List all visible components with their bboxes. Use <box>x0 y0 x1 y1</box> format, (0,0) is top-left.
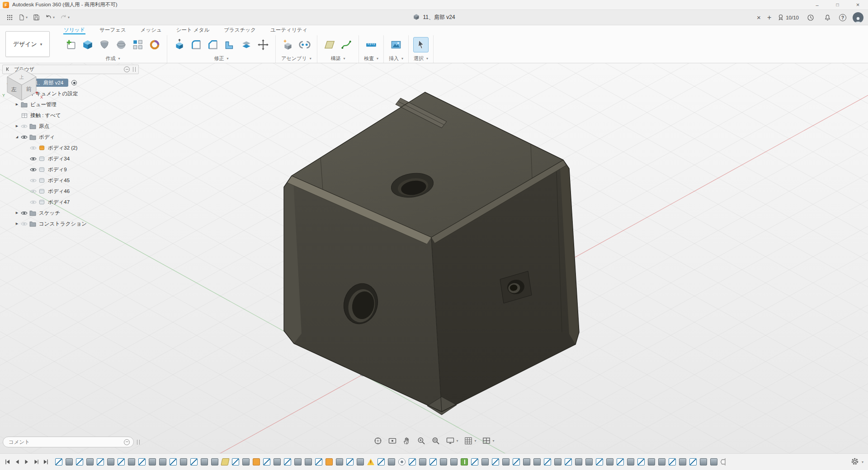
look-at-icon[interactable] <box>387 436 397 446</box>
orbit-icon[interactable] <box>373 436 383 446</box>
timeline-feature-box[interactable] <box>523 458 530 465</box>
create-sketch-icon[interactable] <box>63 37 79 52</box>
visibility-eye-icon[interactable] <box>29 155 38 162</box>
timeline-feature-box[interactable] <box>502 458 509 465</box>
gear-icon[interactable] <box>850 457 859 467</box>
browser-item-9[interactable]: ボディ45 <box>2 175 139 186</box>
maximize-icon[interactable]: □ <box>827 0 848 9</box>
expand-arrow-icon[interactable]: ▶ <box>14 211 20 215</box>
timeline-feature-sketch[interactable] <box>669 458 676 465</box>
comment-input[interactable]: コメント <box>3 437 134 447</box>
play-icon[interactable] <box>24 459 30 465</box>
chamfer-icon[interactable] <box>205 37 221 52</box>
comment-options-icon[interactable] <box>124 439 130 445</box>
fillet-icon[interactable] <box>189 37 204 52</box>
timeline-feature-sketch[interactable] <box>118 458 125 465</box>
timeline-feature-sketch[interactable] <box>409 458 416 465</box>
timeline-feature-box[interactable] <box>274 458 281 465</box>
timeline-feature-sketch[interactable] <box>637 458 645 465</box>
timeline-feature-sketch[interactable] <box>263 458 270 465</box>
redo-icon[interactable]: ▾ <box>58 13 71 22</box>
skip-end-icon[interactable] <box>42 459 49 465</box>
timeline-feature-box[interactable] <box>440 458 447 465</box>
press-pull-icon[interactable] <box>172 37 187 52</box>
split-icon[interactable] <box>239 37 254 52</box>
timeline-feature-sketch[interactable] <box>689 458 697 465</box>
zoom-icon[interactable] <box>416 436 426 446</box>
timeline-feature-box[interactable] <box>679 458 686 465</box>
timeline-feature-box[interactable] <box>107 458 114 465</box>
timeline-marker-icon[interactable] <box>720 458 726 466</box>
timeline-feature-sketch[interactable] <box>513 458 520 465</box>
timeline-feature-box[interactable] <box>606 458 613 465</box>
timeline-feature-box[interactable] <box>159 458 166 465</box>
toolbar-group-label-3[interactable]: 構築▾ <box>330 54 345 62</box>
move-icon[interactable] <box>255 37 271 52</box>
visibility-eye-icon[interactable] <box>20 123 28 130</box>
project-curves-icon[interactable] <box>339 37 354 52</box>
timeline-feature-orange[interactable] <box>253 458 260 465</box>
step-forward-icon[interactable] <box>33 459 39 465</box>
toolbar-group-label-2[interactable]: アセンブリ▾ <box>281 54 311 62</box>
insert-canvas-icon[interactable] <box>388 37 404 52</box>
browser-item-13[interactable]: ▶コンストラクション <box>2 218 139 229</box>
measure-icon[interactable] <box>363 37 379 52</box>
timeline-feature-box[interactable] <box>336 458 343 465</box>
minimize-icon[interactable]: – <box>807 0 827 9</box>
timeline-feature-plane[interactable] <box>221 458 229 465</box>
visibility-eye-icon[interactable] <box>29 166 38 173</box>
undo-icon[interactable]: ▾ <box>43 13 57 22</box>
timeline-feature-warn[interactable] <box>367 458 374 465</box>
viewports-icon[interactable]: ▾ <box>481 436 495 446</box>
timeline-feature-box[interactable] <box>211 458 218 465</box>
new-component-icon[interactable] <box>280 37 296 52</box>
joint-icon[interactable] <box>297 37 312 52</box>
tab-1[interactable]: サーフェス <box>99 27 127 34</box>
panel-drag-handle[interactable] <box>133 67 136 72</box>
timeline-feature-sketch[interactable] <box>232 458 239 465</box>
timeline-feature-sketch[interactable] <box>170 458 177 465</box>
activate-component-radio[interactable] <box>71 80 77 85</box>
timeline-feature-box[interactable] <box>533 458 541 465</box>
visibility-eye-icon[interactable] <box>20 134 28 141</box>
coil-icon[interactable] <box>147 37 162 52</box>
timeline-feature-sketch[interactable] <box>190 458 198 465</box>
visibility-eye-icon[interactable] <box>29 177 38 184</box>
sphere-icon[interactable] <box>113 37 129 52</box>
view-cube[interactable]: 上 左 前 Y X <box>0 63 45 107</box>
timeline-feature-sketch[interactable] <box>471 458 478 465</box>
timeline-feature-circle[interactable] <box>398 458 406 465</box>
timeline-feature-sketch[interactable] <box>596 458 603 465</box>
timeline-feature-box[interactable] <box>180 458 187 465</box>
timeline-feature-box[interactable] <box>658 458 665 465</box>
visibility-eye-icon[interactable] <box>29 145 38 151</box>
browser-item-11[interactable]: ボディ47 <box>2 197 139 207</box>
pattern-icon[interactable] <box>130 37 146 52</box>
timeline-feature-box[interactable] <box>575 458 582 465</box>
tab-3[interactable]: シート メタル <box>176 27 210 34</box>
browser-item-8[interactable]: ボディ9 <box>2 164 139 175</box>
document-tab[interactable]: 11、肩部 v24 <box>406 10 461 25</box>
select-icon[interactable] <box>413 37 429 52</box>
timeline-feature-sketch[interactable] <box>97 458 104 465</box>
shell-icon[interactable] <box>222 37 237 52</box>
timeline-feature-box[interactable] <box>585 458 593 465</box>
grid-settings-icon[interactable]: ▾ <box>463 436 477 446</box>
workspace-selector[interactable]: デザイン ▾ <box>5 31 50 57</box>
viewcube-left-label[interactable]: 左 <box>11 86 17 93</box>
toolbar-group-label-0[interactable]: 作成▾ <box>105 54 120 62</box>
timeline-feature-box[interactable] <box>419 458 426 465</box>
timeline-feature-sketch[interactable] <box>429 458 437 465</box>
tab-2[interactable]: メッシュ <box>140 27 162 34</box>
timeline-feature-box[interactable] <box>128 458 135 465</box>
browser-item-4[interactable]: ▶原点 <box>2 121 139 132</box>
timeline-feature-box[interactable] <box>201 458 208 465</box>
timeline-feature-box[interactable] <box>648 458 655 465</box>
app-grid-icon[interactable] <box>5 13 15 22</box>
viewcube-top-label[interactable]: 上 <box>19 75 24 80</box>
browser-item-3[interactable]: 接触 : すべて <box>2 110 139 121</box>
timeline-feature-box[interactable] <box>242 458 250 465</box>
file-menu-icon[interactable]: ▾ <box>17 13 29 22</box>
toolbar-group-label-1[interactable]: 修正▾ <box>214 54 228 62</box>
timeline-feature-box[interactable] <box>450 458 458 465</box>
